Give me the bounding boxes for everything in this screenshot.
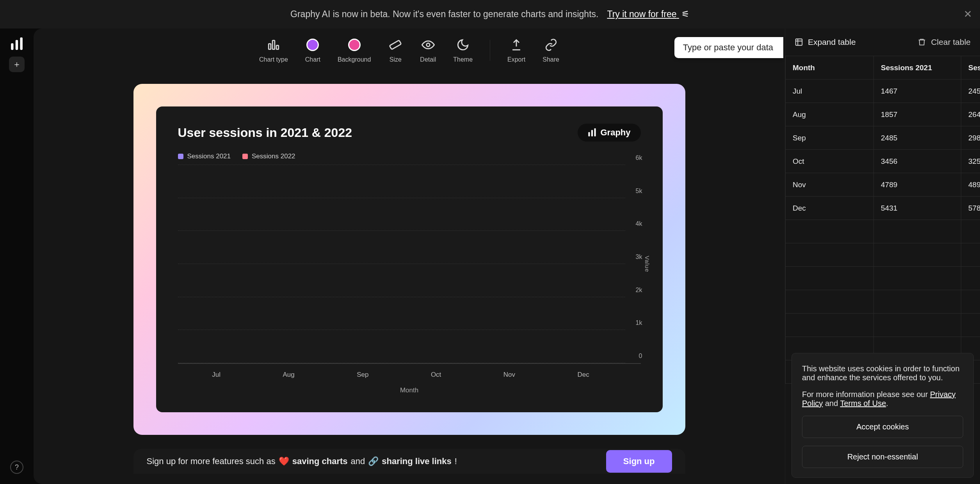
tool-detail[interactable]: Detail bbox=[420, 37, 436, 63]
table-cell[interactable] bbox=[786, 220, 874, 243]
tool-export[interactable]: Export bbox=[507, 37, 525, 63]
svg-rect-3 bbox=[269, 44, 271, 49]
table-cell[interactable]: Oct bbox=[786, 150, 874, 173]
grid-line bbox=[178, 264, 625, 264]
signup-feature: saving charts bbox=[292, 456, 348, 466]
table-cell[interactable]: 578 bbox=[961, 197, 980, 220]
close-icon[interactable]: ✕ bbox=[964, 8, 972, 20]
table-cell[interactable] bbox=[874, 243, 961, 267]
table-cell[interactable] bbox=[961, 243, 980, 267]
table-cell[interactable]: 298 bbox=[961, 126, 980, 150]
table-cell[interactable]: Dec bbox=[786, 197, 874, 220]
terms-of-use-link[interactable]: Terms of Use bbox=[840, 399, 886, 408]
table-row[interactable]: Nov4789489 bbox=[786, 173, 980, 197]
table-cell[interactable] bbox=[961, 220, 980, 243]
table-row[interactable]: Aug1857264 bbox=[786, 103, 980, 126]
table-cell[interactable] bbox=[874, 220, 961, 243]
accept-cookies-button[interactable]: Accept cookies bbox=[802, 416, 963, 438]
reject-cookies-button[interactable]: Reject non-essential bbox=[802, 446, 963, 468]
table-row[interactable]: Jul1467245 bbox=[786, 80, 980, 103]
expand-table-button[interactable]: Expand table bbox=[795, 37, 856, 47]
table-cell[interactable]: 2485 bbox=[874, 126, 961, 150]
signup-text: ! bbox=[455, 456, 457, 466]
tool-chart-type[interactable]: Chart type bbox=[259, 37, 288, 63]
cookie-text-part: . bbox=[886, 399, 888, 408]
y-tick-label: 5k bbox=[636, 188, 642, 195]
signup-text: Sign up for more features such as bbox=[147, 456, 276, 466]
table-cell[interactable]: 245 bbox=[961, 80, 980, 103]
legend-item[interactable]: Sessions 2022 bbox=[242, 152, 295, 160]
chart-legend: Sessions 2021 Sessions 2022 bbox=[178, 152, 641, 160]
table-row[interactable] bbox=[786, 314, 980, 337]
table-header[interactable]: Month bbox=[786, 56, 874, 80]
table-row[interactable]: Oct3456325 bbox=[786, 150, 980, 173]
table-cell[interactable]: 5431 bbox=[874, 197, 961, 220]
workspace: Chart type Chart Background Size bbox=[34, 28, 785, 484]
table-cell[interactable]: 489 bbox=[961, 173, 980, 197]
accept-cookies-label: Accept cookies bbox=[856, 422, 909, 431]
background-color-swatch bbox=[348, 39, 361, 51]
data-table[interactable]: MonthSessions 2021Ses Jul1467245Aug18572… bbox=[785, 56, 980, 384]
toolbar: Chart type Chart Background Size bbox=[34, 28, 785, 72]
tool-chart-label: Chart bbox=[305, 56, 320, 63]
link-icon: 🔗 bbox=[368, 456, 379, 466]
legend-item[interactable]: Sessions 2021 bbox=[178, 152, 231, 160]
chart-title[interactable]: User sessions in 2021 & 2022 bbox=[178, 126, 352, 140]
table-row[interactable]: Dec5431578 bbox=[786, 197, 980, 220]
table-cell[interactable]: Jul bbox=[786, 80, 874, 103]
banner-text: Graphy AI is now in beta. Now it's even … bbox=[290, 9, 598, 20]
table-cell[interactable] bbox=[786, 314, 874, 337]
tool-theme[interactable]: Theme bbox=[453, 37, 473, 63]
table-row[interactable] bbox=[786, 243, 980, 267]
banner-cta-link[interactable]: Try it now for free ⚟ bbox=[607, 9, 689, 20]
table-row[interactable] bbox=[786, 267, 980, 290]
banner-cta-label: Try it now for free bbox=[607, 9, 676, 19]
table-cell[interactable]: Nov bbox=[786, 173, 874, 197]
app-logo[interactable] bbox=[10, 37, 24, 51]
table-header[interactable]: Ses bbox=[961, 56, 980, 80]
y-tick-label: 0 bbox=[639, 353, 642, 360]
tool-share[interactable]: Share bbox=[542, 37, 559, 63]
clear-table-button[interactable]: Clear table bbox=[918, 37, 971, 47]
signup-button[interactable]: Sign up bbox=[606, 450, 672, 473]
table-cell[interactable] bbox=[874, 290, 961, 314]
tool-size[interactable]: Size bbox=[388, 37, 403, 63]
upload-icon bbox=[509, 37, 524, 52]
legend-swatch-icon bbox=[242, 154, 248, 159]
table-cell[interactable] bbox=[874, 314, 961, 337]
table-cell[interactable] bbox=[961, 314, 980, 337]
tool-background-color[interactable]: Background bbox=[338, 37, 371, 63]
table-cell[interactable] bbox=[786, 243, 874, 267]
table-row[interactable]: Sep2485298 bbox=[786, 126, 980, 150]
graphy-logo-icon bbox=[588, 128, 596, 137]
table-cell[interactable] bbox=[786, 290, 874, 314]
data-panel: Expand table Clear table MonthSessions 2… bbox=[785, 28, 980, 484]
table-cell[interactable]: Aug bbox=[786, 103, 874, 126]
tool-chart-color[interactable]: Chart bbox=[305, 37, 320, 63]
table-cell[interactable]: 1467 bbox=[874, 80, 961, 103]
table-cell[interactable] bbox=[874, 267, 961, 290]
tool-share-label: Share bbox=[542, 56, 559, 63]
table-cell[interactable]: 1857 bbox=[874, 103, 961, 126]
table-cell[interactable] bbox=[786, 267, 874, 290]
table-cell[interactable]: 264 bbox=[961, 103, 980, 126]
table-cell[interactable]: 325 bbox=[961, 150, 980, 173]
table-header[interactable]: Sessions 2021 bbox=[874, 56, 961, 80]
add-chart-button[interactable]: ＋ bbox=[9, 57, 25, 72]
link-icon bbox=[544, 37, 558, 52]
beta-banner: Graphy AI is now in beta. Now it's even … bbox=[0, 0, 980, 28]
table-cell[interactable] bbox=[961, 290, 980, 314]
x-axis-label: Month bbox=[178, 386, 641, 394]
table-cell[interactable]: 4789 bbox=[874, 173, 961, 197]
paste-data-hint[interactable]: Type or paste your data bbox=[674, 37, 783, 58]
table-row[interactable] bbox=[786, 290, 980, 314]
table-row[interactable] bbox=[786, 220, 980, 243]
table-cell[interactable]: 3456 bbox=[874, 150, 961, 173]
tool-background-label: Background bbox=[338, 56, 371, 63]
x-tick-label: Nov bbox=[503, 371, 515, 379]
table-cell[interactable]: Sep bbox=[786, 126, 874, 150]
trash-icon bbox=[918, 38, 926, 46]
help-button[interactable]: ? bbox=[10, 461, 23, 474]
table-cell[interactable] bbox=[961, 267, 980, 290]
heart-icon: ❤️ bbox=[279, 456, 289, 466]
